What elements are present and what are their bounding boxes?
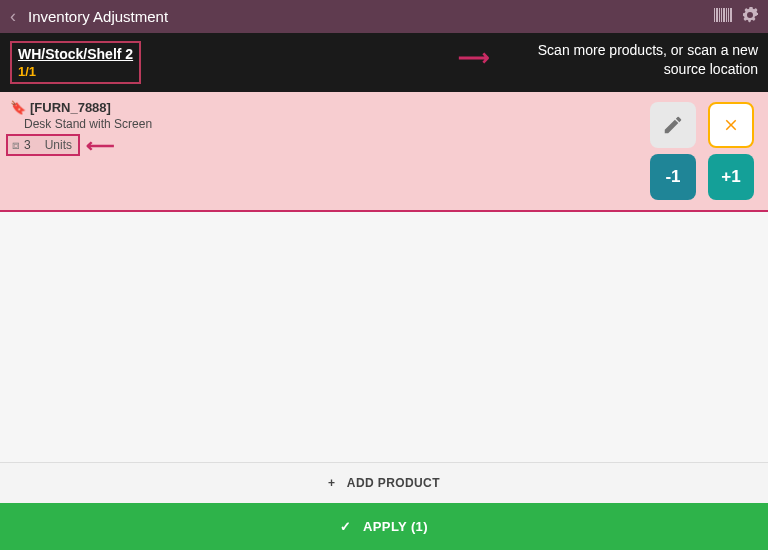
- page-title: Inventory Adjustment: [28, 8, 168, 25]
- svg-rect-3: [721, 8, 722, 22]
- barcode-icon[interactable]: [714, 8, 732, 25]
- back-icon[interactable]: ‹: [10, 6, 16, 27]
- arrow-left-icon: ⟵: [86, 133, 115, 157]
- qty-uom: Units: [45, 138, 72, 152]
- location-path: WH/Stock/Shelf 2: [18, 46, 133, 62]
- svg-rect-2: [719, 8, 720, 22]
- top-right-icons: [714, 7, 758, 26]
- plus-icon: +: [328, 476, 335, 490]
- add-product-label: ADD PRODUCT: [347, 476, 440, 490]
- card-actions: [650, 102, 754, 148]
- svg-rect-0: [714, 8, 715, 22]
- arrow-right-icon: ⟶: [458, 43, 490, 73]
- product-info: 🔖 [FURN_7888] Desk Stand with Screen ⧈ 3…: [6, 100, 152, 157]
- check-icon: ✓: [340, 519, 351, 534]
- svg-rect-1: [716, 8, 718, 22]
- location-count: 1/1: [18, 64, 133, 79]
- svg-rect-5: [726, 8, 727, 22]
- product-ref: [FURN_7888]: [30, 100, 111, 115]
- package-icon: ⧈: [12, 138, 20, 152]
- top-bar: ‹ Inventory Adjustment: [0, 0, 768, 33]
- svg-rect-7: [730, 8, 732, 22]
- empty-area: [0, 212, 768, 462]
- tag-icon: 🔖: [10, 100, 26, 115]
- gear-icon[interactable]: [742, 7, 758, 26]
- svg-rect-6: [728, 8, 729, 22]
- apply-label: APPLY (1): [363, 519, 428, 534]
- product-card: 🔖 [FURN_7888] Desk Stand with Screen ⧈ 3…: [0, 92, 768, 212]
- product-name: Desk Stand with Screen: [6, 117, 152, 131]
- svg-rect-4: [723, 8, 725, 22]
- qty-box[interactable]: ⧈ 3 Units: [6, 134, 80, 156]
- scan-hint-text: Scan more products, or scan a new source…: [500, 41, 758, 79]
- close-button[interactable]: [708, 102, 754, 148]
- minus-button[interactable]: -1: [650, 154, 696, 200]
- sub-header: WH/Stock/Shelf 2 1/1 ⟶ Scan more product…: [0, 33, 768, 92]
- add-product-button[interactable]: + ADD PRODUCT: [0, 462, 768, 503]
- apply-button[interactable]: ✓ APPLY (1): [0, 503, 768, 550]
- edit-button[interactable]: [650, 102, 696, 148]
- plus-button[interactable]: +1: [708, 154, 754, 200]
- qty-value: 3: [24, 138, 31, 152]
- qty-steppers: -1 +1: [650, 154, 754, 200]
- location-box[interactable]: WH/Stock/Shelf 2 1/1: [10, 41, 141, 84]
- qty-row: ⧈ 3 Units ⟵: [6, 133, 152, 157]
- product-ref-line: 🔖 [FURN_7888]: [6, 100, 152, 115]
- scan-hint: ⟶ Scan more products, or scan a new sour…: [458, 41, 758, 79]
